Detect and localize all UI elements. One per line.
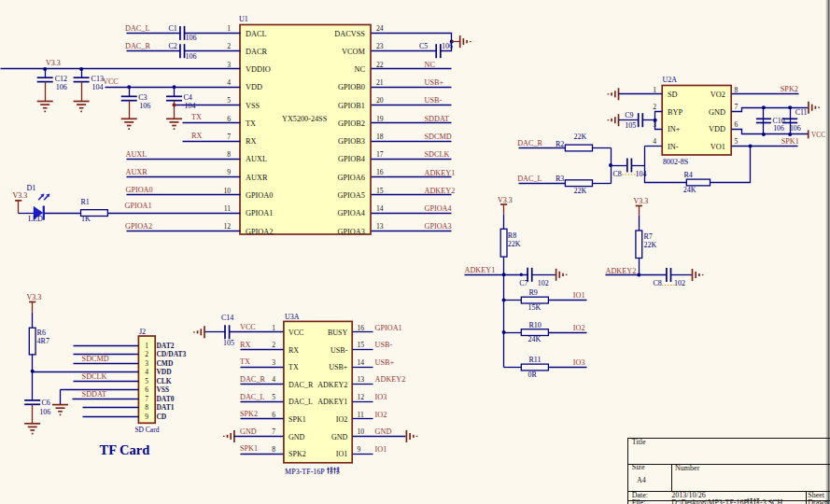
svg-text:SPK1: SPK1 bbox=[288, 415, 306, 424]
svg-text:GND: GND bbox=[288, 433, 305, 441]
svg-text:NC: NC bbox=[425, 61, 436, 69]
svg-text:IN-: IN- bbox=[668, 143, 679, 151]
svg-text:6: 6 bbox=[735, 120, 739, 129]
svg-text:22: 22 bbox=[376, 61, 384, 69]
svg-text:VO2: VO2 bbox=[710, 91, 725, 99]
svg-text:USB+: USB+ bbox=[329, 363, 348, 371]
svg-text:NC: NC bbox=[354, 65, 365, 74]
svg-text:2: 2 bbox=[227, 42, 231, 50]
svg-text:20: 20 bbox=[376, 96, 384, 105]
svg-text:5: 5 bbox=[145, 377, 148, 385]
svg-text:GND: GND bbox=[709, 108, 725, 117]
svg-text:Number: Number bbox=[675, 464, 700, 472]
svg-text:16: 16 bbox=[358, 324, 365, 332]
svg-text:R8: R8 bbox=[508, 231, 516, 240]
svg-text:LED: LED bbox=[28, 215, 43, 223]
svg-text:15: 15 bbox=[358, 341, 365, 349]
svg-text:GPIOA3: GPIOA3 bbox=[425, 222, 452, 231]
svg-text:SDCLK: SDCLK bbox=[425, 150, 450, 159]
svg-text:VO1: VO1 bbox=[710, 143, 725, 151]
svg-text:IO3: IO3 bbox=[375, 393, 387, 401]
svg-text:CD/DAT3: CD/DAT3 bbox=[156, 350, 186, 358]
svg-text:GPIOA6: GPIOA6 bbox=[337, 174, 365, 182]
svg-text:AUXL: AUXL bbox=[126, 150, 148, 159]
svg-text:ADKEY2: ADKEY2 bbox=[425, 187, 456, 195]
svg-text:0R: 0R bbox=[528, 371, 538, 379]
svg-text:GPIOB1: GPIOB1 bbox=[338, 102, 365, 110]
svg-text:7: 7 bbox=[272, 427, 275, 436]
svg-text:DAT1: DAT1 bbox=[156, 403, 174, 412]
svg-text:24: 24 bbox=[376, 24, 384, 33]
svg-text:7: 7 bbox=[227, 133, 231, 141]
svg-text:C4: C4 bbox=[184, 93, 192, 102]
svg-text:18: 18 bbox=[376, 133, 384, 141]
svg-text:GND: GND bbox=[240, 427, 257, 436]
svg-text:C3: C3 bbox=[138, 93, 147, 102]
svg-text:DAT2: DAT2 bbox=[156, 342, 174, 350]
svg-text:7: 7 bbox=[145, 395, 148, 403]
svg-text:U3A: U3A bbox=[285, 313, 300, 321]
svg-text:21: 21 bbox=[376, 78, 384, 87]
svg-text:V3.3: V3.3 bbox=[13, 191, 28, 200]
svg-text:DACL: DACL bbox=[246, 30, 267, 38]
svg-text:V3.3: V3.3 bbox=[634, 197, 649, 205]
svg-text:DAC_L: DAC_L bbox=[125, 24, 149, 33]
svg-text:1: 1 bbox=[145, 342, 148, 350]
svg-text:IO2: IO2 bbox=[375, 411, 387, 419]
svg-text:8: 8 bbox=[145, 403, 148, 412]
svg-text:3: 3 bbox=[145, 359, 148, 368]
svg-text:105: 105 bbox=[223, 339, 234, 347]
svg-text:RX: RX bbox=[240, 341, 250, 349]
svg-text:C6: C6 bbox=[41, 399, 49, 407]
svg-text:V3.3: V3.3 bbox=[46, 59, 61, 67]
svg-text:IO1: IO1 bbox=[573, 291, 585, 300]
svg-text:DAC_R: DAC_R bbox=[240, 375, 265, 384]
svg-text:SDDAT: SDDAT bbox=[82, 390, 106, 399]
svg-text:R7: R7 bbox=[643, 232, 652, 241]
svg-text:24K: 24K bbox=[528, 335, 542, 343]
svg-text:GPIOB0: GPIOB0 bbox=[338, 83, 365, 91]
svg-text:R1: R1 bbox=[81, 198, 90, 206]
svg-text:17: 17 bbox=[376, 150, 384, 159]
svg-text:VCC: VCC bbox=[103, 77, 119, 86]
svg-text:GPIOA4: GPIOA4 bbox=[425, 204, 452, 213]
svg-text:2: 2 bbox=[653, 103, 656, 111]
svg-text:IO1: IO1 bbox=[336, 450, 347, 458]
svg-text:DAC_L: DAC_L bbox=[288, 398, 313, 406]
svg-text:C7: C7 bbox=[519, 279, 528, 287]
svg-text:10: 10 bbox=[358, 427, 365, 436]
svg-text:7: 7 bbox=[735, 103, 739, 111]
svg-text:GPIOA1: GPIOA1 bbox=[375, 324, 402, 332]
svg-text:D:\Desktop\MP3-TF-16P: D:\Desktop\MP3-TF-16P bbox=[671, 498, 748, 504]
svg-text:R11: R11 bbox=[529, 356, 542, 364]
svg-text:106: 106 bbox=[773, 124, 784, 133]
svg-text:4: 4 bbox=[653, 137, 656, 146]
svg-text:C9: C9 bbox=[625, 111, 633, 119]
svg-text:12: 12 bbox=[223, 222, 231, 231]
svg-text:104: 104 bbox=[92, 83, 104, 91]
svg-text:VDD: VDD bbox=[246, 83, 262, 91]
svg-text:4R7: 4R7 bbox=[37, 337, 49, 345]
svg-text:R3: R3 bbox=[556, 175, 564, 183]
svg-text:USB-: USB- bbox=[425, 96, 443, 105]
svg-text:C14: C14 bbox=[221, 314, 233, 322]
svg-text:C8: C8 bbox=[654, 279, 662, 287]
svg-text:SD Card: SD Card bbox=[134, 426, 159, 434]
svg-text:CLK: CLK bbox=[156, 377, 171, 385]
svg-text:11: 11 bbox=[358, 411, 365, 419]
svg-text:SDDAT: SDDAT bbox=[425, 115, 449, 123]
svg-text:USB-: USB- bbox=[375, 341, 393, 349]
svg-text:8002-8S: 8002-8S bbox=[663, 158, 688, 166]
svg-text:6: 6 bbox=[145, 385, 148, 394]
svg-text:GPIOA0: GPIOA0 bbox=[126, 186, 153, 194]
svg-text:104: 104 bbox=[185, 102, 196, 110]
svg-text:ADKEY2: ADKEY2 bbox=[375, 375, 406, 384]
svg-text:AUXR: AUXR bbox=[126, 168, 148, 176]
svg-text:GPIOB2: GPIOB2 bbox=[338, 119, 365, 128]
svg-text:102: 102 bbox=[674, 279, 685, 287]
svg-text:GPIOB3: GPIOB3 bbox=[338, 137, 365, 146]
svg-text:DAC_R: DAC_R bbox=[288, 381, 314, 389]
svg-text:GPIOA2: GPIOA2 bbox=[246, 228, 274, 236]
svg-text:5: 5 bbox=[227, 96, 231, 105]
svg-text:15K: 15K bbox=[528, 303, 542, 312]
